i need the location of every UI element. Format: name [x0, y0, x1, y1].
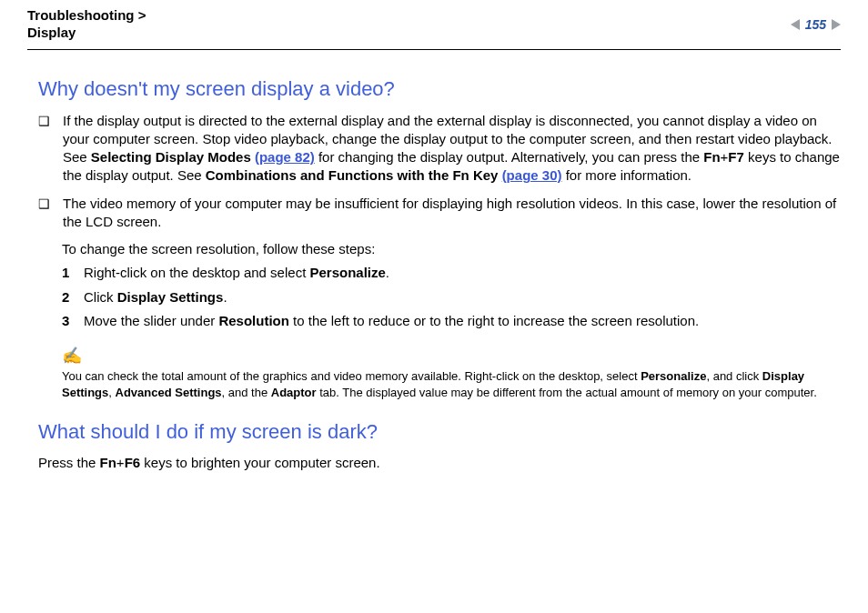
bullet-marker-icon: ❑	[38, 112, 50, 129]
key-fn: Fn	[703, 149, 720, 165]
text: .	[223, 289, 227, 305]
text: Click	[84, 289, 117, 305]
bold-text: Advanced Settings	[116, 386, 222, 399]
section-heading-video: Why doesn't my screen display a video?	[38, 77, 841, 101]
note-icon: ✍	[62, 345, 841, 367]
text: You can check the total amount of the gr…	[62, 369, 641, 383]
list-item: 1 Right-click on the desktop and select …	[62, 264, 841, 282]
list-number: 3	[62, 312, 73, 330]
bullet-text: If the display output is directed to the…	[63, 112, 841, 186]
text: for changing the display output. Alterna…	[315, 149, 703, 165]
bold-text: Adaptor	[271, 386, 317, 399]
text: Move the slider under	[84, 313, 218, 328]
text: for more information.	[561, 167, 691, 183]
bold-text: Display Settings	[117, 289, 224, 305]
section-heading-dark-screen: What should I do if my screen is dark?	[38, 420, 841, 444]
list-item: 3 Move the slider under Resolution to th…	[62, 312, 841, 330]
document-page: Troubleshooting > Display 155 Why doesn'…	[0, 0, 868, 613]
next-page-icon[interactable]	[832, 19, 841, 30]
link-page-30[interactable]: (page 30)	[502, 167, 562, 183]
bold-text: Combinations and Functions with the Fn K…	[206, 167, 502, 183]
list-number: 2	[62, 288, 73, 306]
breadcrumb-link-troubleshooting[interactable]: Troubleshooting	[27, 7, 135, 23]
key-fn: Fn	[100, 455, 116, 470]
text: .	[386, 265, 389, 280]
bold-text: Personalize	[309, 265, 385, 280]
text: ,	[108, 386, 115, 399]
bullet-item: ❑ If the display output is directed to t…	[38, 112, 841, 186]
text: keys to brighten your computer screen.	[140, 455, 379, 470]
text: tab. The displayed value may be differen…	[317, 386, 817, 399]
page-number: 155	[805, 17, 826, 32]
prev-page-icon[interactable]	[791, 19, 800, 30]
breadcrumb-separator: >	[135, 7, 146, 23]
bold-text: Personalize	[641, 369, 706, 383]
list-text: Move the slider under Resolution to the …	[84, 312, 699, 330]
text: , and click	[706, 369, 762, 383]
breadcrumb: Troubleshooting > Display	[27, 7, 146, 42]
subtext: To change the screen resolution, follow …	[62, 240, 841, 258]
link-page-82[interactable]: (page 82)	[255, 149, 315, 165]
bold-text: Resolution	[218, 313, 289, 328]
list-item: 2 Click Display Settings.	[62, 288, 841, 306]
numbered-list: 1 Right-click on the desktop and select …	[62, 264, 841, 330]
bullet-item: ❑ The video memory of your computer may …	[38, 195, 841, 232]
list-number: 1	[62, 264, 73, 282]
bullet-text: The video memory of your computer may be…	[63, 195, 841, 232]
bold-text: Selecting Display Modes	[91, 149, 255, 165]
breadcrumb-link-display[interactable]: Display	[27, 25, 76, 40]
text: +	[116, 455, 125, 470]
key-f6: F6	[125, 455, 141, 470]
list-text: Click Display Settings.	[84, 288, 227, 306]
text: Right-click on the desktop and select	[84, 265, 309, 280]
text: Press the	[38, 455, 100, 470]
note-block: ✍ You can check the total amount of the …	[62, 345, 841, 400]
page-content: Why doesn't my screen display a video? ❑…	[27, 50, 841, 471]
paragraph: Press the Fn+F6 keys to brighten your co…	[38, 455, 841, 470]
text: , and the	[222, 386, 271, 399]
list-text: Right-click on the desktop and select Pe…	[84, 264, 389, 282]
key-f7: F7	[728, 149, 744, 165]
page-navigation: 155	[791, 9, 841, 40]
page-header: Troubleshooting > Display 155	[27, 7, 841, 50]
text: to the left to reduce or to the right to…	[289, 313, 699, 328]
bullet-marker-icon: ❑	[38, 195, 50, 212]
